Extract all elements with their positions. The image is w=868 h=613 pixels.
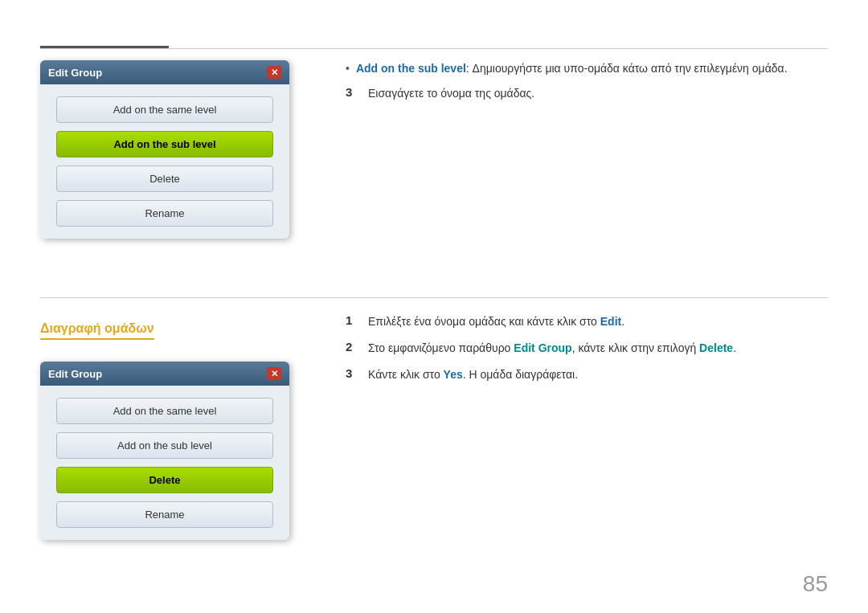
edit-group-dialog-2: Edit Group ✕ Add on the same level Add o… (40, 362, 289, 540)
section1-bullet-text: Add on the sub level: Δημιουργήστε μια υ… (356, 60, 828, 77)
step2-suffix: . (733, 341, 736, 354)
dialog-body-2: Add on the same level Add on the sub lev… (40, 386, 289, 540)
dialog-title-1-label: Edit Group (48, 67, 102, 79)
dialog-btn-rename-2[interactable]: Rename (56, 501, 273, 528)
section1-bullet-rest: : Δημιουργήστε μια υπο-ομάδα κάτω από τη… (466, 62, 788, 75)
step3-yes-link: Yes (444, 368, 463, 381)
dialog-title-bar-2: Edit Group ✕ (40, 362, 289, 386)
dialog-close-btn-1[interactable]: ✕ (267, 66, 281, 79)
step1-edit-link: Edit (600, 315, 621, 328)
page-container: Edit Group ✕ Add on the same level Add o… (0, 0, 868, 613)
section2-step3-text: Κάντε κλικ στο Yes. Η ομάδα διαγράφεται. (368, 366, 828, 383)
bullet-icon: • (346, 62, 350, 75)
step2-edit-group-link: Edit Group (514, 341, 571, 354)
section2-left: Διαγραφή ομάδων Edit Group ✕ Add on the … (40, 321, 313, 540)
section2-heading: Διαγραφή ομάδων (40, 321, 154, 340)
section1-dialog-area: Edit Group ✕ Add on the same level Add o… (40, 60, 313, 239)
section2-step1-text: Επιλέξτε ένα όνομα ομάδας και κάντε κλικ… (368, 313, 828, 330)
mid-rule (40, 297, 828, 298)
section2-step2: 2 Στο εμφανιζόμενο παράθυρο Edit Group, … (346, 340, 828, 357)
step1-suffix: . (621, 315, 624, 328)
page-number: 85 (803, 571, 828, 597)
step2-delete-link: Delete (699, 341, 733, 354)
section2-step2-text: Στο εμφανιζόμενο παράθυρο Edit Group, κά… (368, 340, 828, 357)
step-number-1b: 1 (346, 313, 363, 327)
section1-bullet: • Add on the sub level: Δημιουργήστε μια… (346, 60, 828, 77)
section2-step3: 3 Κάντε κλικ στο Yes. Η ομάδα διαγράφετα… (346, 366, 828, 383)
step3-suffix: . Η ομάδα διαγράφεται. (463, 368, 578, 381)
step3-prefix: Κάντε κλικ στο (368, 368, 444, 381)
section2-text: 1 Επιλέξτε ένα όνομα ομάδας και κάντε κλ… (346, 313, 828, 393)
step2-prefix: Στο εμφανιζόμενο παράθυρο (368, 341, 514, 354)
dialog-btn-same-level-2[interactable]: Add on the same level (56, 398, 273, 424)
step-number-3b: 3 (346, 366, 363, 380)
dialog-btn-sub-level-2[interactable]: Add on the sub level (56, 432, 273, 459)
dialog-btn-same-level-1[interactable]: Add on the same level (56, 96, 273, 123)
section2-step1: 1 Επιλέξτε ένα όνομα ομάδας και κάντε κλ… (346, 313, 828, 330)
dialog-btn-rename-1[interactable]: Rename (56, 200, 273, 227)
step1-prefix: Επιλέξτε ένα όνομα ομάδας και κάντε κλικ… (368, 315, 600, 328)
dialog-close-btn-2[interactable]: ✕ (267, 367, 281, 380)
top-rule (40, 48, 828, 49)
dialog-btn-delete-2[interactable]: Delete (56, 467, 273, 493)
step2-mid: , κάντε κλικ στην επιλογή (572, 341, 699, 354)
dialog-title-bar-1: Edit Group ✕ (40, 60, 289, 84)
add-sub-level-link: Add on the sub level (356, 62, 466, 75)
section1-text: • Add on the sub level: Δημιουργήστε μια… (346, 60, 828, 112)
edit-group-dialog-1: Edit Group ✕ Add on the same level Add o… (40, 60, 289, 239)
section1-step3-text: Εισαγάγετε το όνομα της ομάδας. (368, 85, 828, 102)
dialog-btn-delete-1[interactable]: Delete (56, 166, 273, 192)
step-number-2b: 2 (346, 340, 363, 353)
step-number-3a: 3 (346, 85, 363, 99)
dialog-btn-sub-level-1[interactable]: Add on the sub level (56, 131, 273, 157)
section1-step3: 3 Εισαγάγετε το όνομα της ομάδας. (346, 85, 828, 102)
dialog-title-2-label: Edit Group (48, 368, 102, 380)
dialog-body-1: Add on the same level Add on the sub lev… (40, 84, 289, 239)
